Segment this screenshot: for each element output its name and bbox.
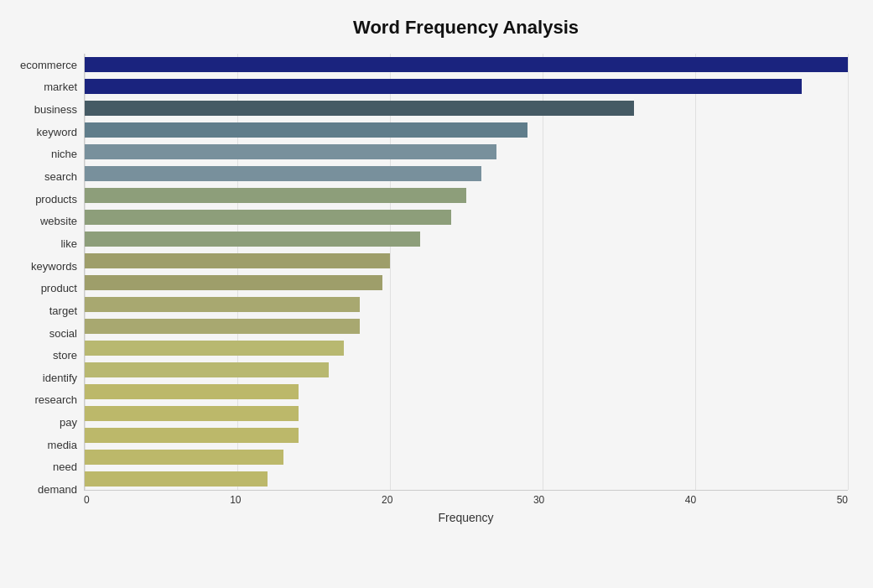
bar-row: [85, 382, 848, 401]
bar: [85, 450, 283, 465]
bar: [85, 232, 420, 247]
x-tick: 20: [382, 494, 392, 506]
bar: [85, 275, 382, 290]
y-label: search: [8, 171, 77, 182]
x-tick: 30: [533, 494, 544, 506]
bar-row: [85, 164, 848, 183]
bar-row: [85, 55, 848, 74]
y-label: business: [8, 104, 77, 115]
y-label: need: [8, 461, 77, 472]
bar: [85, 384, 299, 399]
bar-row: [85, 339, 848, 357]
bar-row: [85, 99, 848, 117]
bar: [85, 210, 451, 225]
bar: [85, 406, 299, 421]
bar-row: [85, 470, 848, 488]
y-label: market: [8, 81, 77, 92]
grid-lines: [85, 54, 848, 490]
bar-row: [85, 230, 848, 248]
bar: [85, 428, 299, 443]
y-label: product: [8, 283, 77, 294]
bar: [85, 362, 329, 377]
bar-row: [85, 77, 848, 96]
bar-row: [85, 448, 848, 466]
bar: [85, 144, 496, 159]
x-tick: 50: [837, 494, 848, 506]
chart-title: Word Frequency Analysis: [8, 17, 848, 39]
bar: [85, 341, 344, 356]
bar: [85, 122, 527, 138]
y-label: identify: [8, 372, 77, 383]
y-label: research: [8, 394, 77, 405]
bar: [85, 188, 466, 203]
bar: [85, 57, 848, 72]
grid-line: [695, 54, 696, 490]
bar-row: [85, 252, 848, 270]
y-label: website: [8, 216, 77, 226]
grid-line: [543, 54, 543, 490]
y-label: store: [8, 350, 77, 361]
bar-row: [85, 208, 848, 226]
y-label: keywords: [8, 261, 77, 272]
grid-line: [848, 54, 849, 490]
grid-line: [237, 54, 238, 490]
x-tick: 10: [230, 494, 241, 506]
chart-container: Word Frequency Analysis ecommercemarketb…: [0, 0, 873, 588]
y-label: demand: [8, 484, 77, 495]
y-label: media: [8, 440, 77, 450]
y-label: target: [8, 305, 77, 316]
y-labels: ecommercemarketbusinesskeywordnichesearc…: [8, 54, 84, 524]
plot-area: 01020304050 Frequency: [84, 54, 848, 524]
bar: [85, 319, 360, 334]
bar: [85, 166, 481, 181]
x-axis: 01020304050: [84, 491, 848, 506]
grid-line: [390, 54, 391, 490]
y-label: products: [8, 194, 77, 205]
bar-row: [85, 361, 848, 379]
bar-row: [85, 143, 848, 161]
bar-row: [85, 273, 848, 292]
x-axis-label: Frequency: [84, 511, 848, 524]
grid-line: [85, 54, 86, 490]
y-label: niche: [8, 148, 77, 159]
bar: [85, 471, 268, 487]
y-label: like: [8, 238, 77, 249]
bar: [85, 297, 360, 312]
bar: [85, 253, 390, 268]
bars-wrapper: [84, 54, 848, 491]
y-label: social: [8, 328, 77, 339]
bar-row: [85, 317, 848, 336]
y-label: pay: [8, 417, 77, 428]
bar-row: [85, 404, 848, 423]
bar: [85, 79, 802, 94]
y-label: ecommerce: [8, 60, 77, 70]
x-tick: 40: [685, 494, 696, 506]
bar-row: [85, 295, 848, 314]
y-label: keyword: [8, 127, 77, 138]
bar-row: [85, 426, 848, 445]
bar: [85, 101, 634, 116]
bar-row: [85, 186, 848, 205]
x-tick: 0: [84, 494, 90, 506]
bar-row: [85, 121, 848, 139]
chart-area: ecommercemarketbusinesskeywordnichesearc…: [8, 54, 848, 524]
